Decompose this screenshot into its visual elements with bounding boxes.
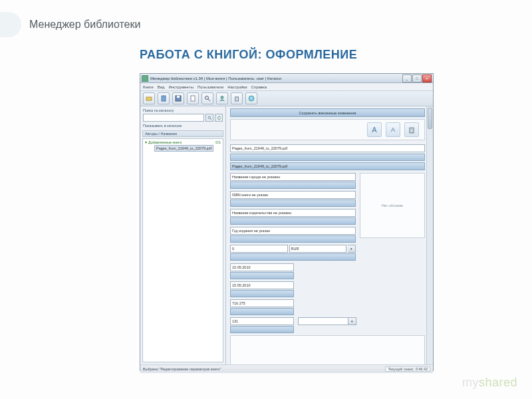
extra-dropdown-icon[interactable]: ▾	[348, 317, 356, 325]
menu-users[interactable]: Пользователи	[198, 85, 223, 89]
svg-rect-15	[409, 127, 414, 128]
authors-title-header[interactable]: Авторы / Названия	[142, 130, 223, 137]
extra-dropdown-input[interactable]	[298, 317, 348, 325]
minimize-button[interactable]: _	[402, 74, 412, 82]
year-input[interactable]: Год издания не указан	[230, 227, 356, 235]
toolbar-user-icon[interactable]	[216, 92, 228, 104]
publisher-label-strip	[230, 217, 356, 225]
menubar: Книги Вид Инструменты Пользователи Настр…	[140, 83, 433, 91]
show-in-catalog-label: Показывать в каталоге	[140, 124, 225, 129]
menu-books[interactable]: Книги	[143, 85, 154, 89]
filename-input[interactable]: Pages_from_21949_to_22079.pdf	[230, 144, 425, 152]
close-button[interactable]: ×	[422, 74, 432, 82]
brand-watermark: myshared	[462, 376, 517, 390]
icon-shelf: A A	[230, 119, 425, 140]
toolbar-find-icon[interactable]	[201, 92, 213, 104]
status-left: Выбрано "Редактирование параметров книги…	[143, 367, 221, 371]
date2-label-strip	[230, 290, 294, 297]
toolbar-delete-icon[interactable]	[231, 92, 243, 104]
publisher-input[interactable]: Название издательства не указано	[230, 209, 356, 217]
font-smaller-icon[interactable]: A	[386, 122, 400, 137]
description-box[interactable]	[230, 335, 425, 364]
toolbar-save-icon[interactable]	[172, 92, 184, 104]
tree-expand-icon[interactable]: ▾	[145, 140, 147, 144]
date2-input[interactable]: 15.05.2010	[230, 281, 294, 289]
filename2-readonly: Pages_from_21949_to_22079.pdf	[230, 162, 425, 170]
titlebar[interactable]: Менеджер библиотеки v1.34 | Мои книги | …	[140, 74, 433, 83]
isbn-label-strip	[230, 200, 356, 207]
scroll-thumb[interactable]	[428, 108, 432, 129]
window-controls: _ □ ×	[402, 74, 432, 82]
main-panel: Сохранить внесенные изменения A A Pages_…	[226, 106, 433, 364]
svg-point-7	[221, 96, 223, 99]
svg-point-12	[208, 116, 211, 119]
font-bigger-icon[interactable]: A	[367, 122, 382, 137]
search-go-icon[interactable]	[205, 114, 213, 122]
svg-rect-0	[146, 97, 152, 100]
num2-input[interactable]: 131	[230, 317, 294, 325]
num2-label-strip	[230, 326, 294, 333]
save-header-strip[interactable]: Сохранить внесенные изменения	[230, 108, 425, 117]
menu-settings[interactable]: Настройки	[227, 85, 247, 89]
svg-rect-9	[235, 96, 239, 97]
status-session: Текущий сеанс: 0:46:42	[385, 366, 430, 372]
search-refresh-icon[interactable]	[215, 114, 223, 122]
sidebar: Поиск по каталогу Показывать в каталоге …	[140, 106, 226, 364]
tree-root-count: 0/1	[215, 140, 221, 144]
price-input[interactable]: 0	[230, 245, 288, 253]
svg-rect-14	[410, 128, 414, 133]
date1-label-strip	[230, 272, 294, 279]
toolbar-help-icon[interactable]: ?	[245, 92, 257, 104]
city-label-strip	[230, 182, 356, 189]
date1-input[interactable]: 15.05.2010	[230, 263, 294, 271]
svg-rect-1	[162, 96, 166, 101]
brand-plain: my	[462, 376, 479, 389]
app-icon	[142, 75, 148, 82]
svg-rect-8	[235, 97, 239, 101]
save-header-label: Сохранить внесенные изменения	[299, 111, 356, 115]
toolbar-page-icon[interactable]	[187, 92, 199, 104]
city-input[interactable]: Название города не указано	[230, 173, 356, 181]
app-window: Менеджер библиотеки v1.34 | Мои книги | …	[140, 73, 434, 371]
svg-line-13	[210, 118, 211, 120]
maximize-button[interactable]: □	[412, 74, 422, 82]
menu-help[interactable]: Справка	[251, 85, 267, 89]
svg-line-6	[208, 99, 210, 101]
search-input[interactable]	[143, 114, 204, 122]
main-scrollbar[interactable]	[426, 106, 433, 364]
svg-rect-3	[177, 96, 180, 98]
num1-label-strip	[230, 308, 294, 315]
search-row	[140, 114, 225, 124]
catalog-tree[interactable]: ▾ Добавленные книги 0/1 Pages_from_21949…	[142, 138, 223, 362]
price-label-strip	[230, 253, 356, 261]
isbn-input[interactable]: ISBN книги не указан	[230, 191, 356, 199]
shelf-delete-icon[interactable]	[404, 122, 419, 137]
menu-view[interactable]: Вид	[158, 85, 165, 89]
tree-leaf-label: Pages_from_21949_to_22079.pdf	[154, 145, 213, 152]
cover-placeholder[interactable]: Нет обложки	[360, 173, 425, 238]
num1-input[interactable]: 716 275	[230, 299, 294, 307]
svg-text:?: ?	[251, 96, 253, 100]
brand-highlight: shared	[479, 376, 517, 389]
statusbar: Выбрано "Редактирование параметров книги…	[140, 364, 433, 373]
currency-dropdown-icon[interactable]: ▾	[348, 245, 356, 253]
svg-point-5	[205, 96, 209, 100]
window-title: Менеджер библиотеки v1.34 | Мои книги | …	[150, 76, 400, 80]
search-group-label: Поиск по каталогу	[140, 106, 225, 114]
currency-display: RUR	[289, 245, 347, 253]
filename-label-strip	[230, 154, 425, 161]
slide-decor	[0, 12, 21, 37]
toolbar-open-icon[interactable]	[143, 92, 155, 104]
slide-title: РАБОТА С КНИГОЙ: ОФОРМЛЕНИЕ	[140, 48, 357, 62]
menu-tools[interactable]: Инструменты	[169, 85, 194, 89]
slide-subtitle: Менеджер библиотеки	[29, 19, 140, 31]
tree-root-row[interactable]: ▾ Добавленные книги 0/1	[143, 139, 223, 145]
tree-leaf-row[interactable]: Pages_from_21949_to_22079.pdf	[143, 145, 223, 152]
year-label-strip	[230, 235, 356, 243]
tree-root-label: Добавленные книги	[148, 140, 182, 144]
svg-rect-4	[191, 96, 195, 101]
toolbar-book-icon[interactable]	[158, 92, 170, 104]
app-body: Поиск по каталогу Показывать в каталоге …	[140, 106, 433, 364]
toolbar: ?	[140, 91, 433, 106]
